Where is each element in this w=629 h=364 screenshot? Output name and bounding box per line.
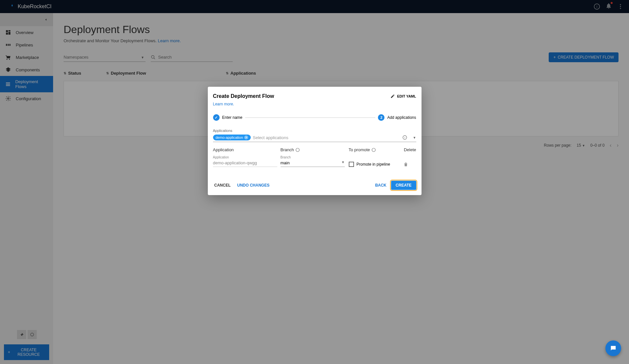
col-branch: Branch bbox=[281, 147, 349, 152]
modal-overlay[interactable]: Create Deployment Flow EDIT YAML Learn m… bbox=[0, 0, 629, 364]
chevron-down-icon: ▼ bbox=[413, 136, 416, 139]
branch-row-label: Branch bbox=[281, 155, 345, 159]
modal-title: Create Deployment Flow bbox=[213, 93, 274, 99]
col-promote: To promote bbox=[349, 147, 400, 152]
applications-select[interactable]: demo-application × Select applications i… bbox=[213, 134, 416, 142]
app-chip: demo-application × bbox=[213, 135, 251, 140]
step-number: 2 bbox=[378, 114, 384, 121]
pencil-icon bbox=[390, 94, 395, 99]
info-icon[interactable] bbox=[295, 148, 300, 152]
create-button[interactable]: CREATE bbox=[391, 181, 416, 190]
apps-placeholder: Select applications bbox=[253, 135, 400, 140]
delete-icon[interactable] bbox=[403, 162, 408, 167]
step-2: 2 Add applications bbox=[378, 114, 416, 121]
chip-remove-icon[interactable]: × bbox=[244, 136, 248, 139]
modal-footer: CANCEL UNDO CHANGES BACK CREATE bbox=[213, 181, 416, 190]
app-row-label: Application bbox=[213, 155, 277, 159]
stepper: ✓ Enter name 2 Add applications bbox=[213, 114, 416, 121]
applications-label: Applications bbox=[213, 129, 416, 133]
promote-checkbox[interactable]: Promote in pipeline bbox=[349, 162, 390, 167]
svg-point-17 bbox=[296, 148, 299, 152]
col-application: Application bbox=[213, 147, 281, 152]
app-table-header: Application Branch To promote Delete bbox=[213, 147, 416, 152]
chat-fab[interactable] bbox=[605, 340, 621, 356]
chevron-down-icon: ▼ bbox=[342, 160, 345, 165]
step-1: ✓ Enter name bbox=[213, 114, 243, 121]
check-icon: ✓ bbox=[213, 114, 220, 121]
svg-point-18 bbox=[372, 148, 375, 152]
undo-changes-button[interactable]: UNDO CHANGES bbox=[236, 181, 271, 190]
info-icon[interactable] bbox=[371, 148, 376, 152]
cancel-button[interactable]: CANCEL bbox=[213, 181, 232, 190]
create-flow-modal: Create Deployment Flow EDIT YAML Learn m… bbox=[208, 87, 422, 195]
info-icon[interactable]: i bbox=[403, 135, 407, 140]
app-row: Application demo-application-qwgg Branch… bbox=[213, 155, 416, 167]
svg-text:i: i bbox=[404, 136, 405, 139]
checkbox-icon bbox=[349, 162, 354, 167]
app-row-value: demo-application-qwgg bbox=[213, 159, 277, 167]
col-delete: Delete bbox=[400, 147, 416, 152]
back-button[interactable]: BACK bbox=[374, 181, 388, 190]
edit-yaml-button[interactable]: EDIT YAML bbox=[390, 94, 416, 99]
branch-select[interactable]: main▼ bbox=[281, 159, 345, 167]
step-connector bbox=[245, 118, 376, 118]
chat-icon bbox=[610, 345, 617, 352]
modal-learn-more-link[interactable]: Learn more. bbox=[213, 102, 416, 106]
